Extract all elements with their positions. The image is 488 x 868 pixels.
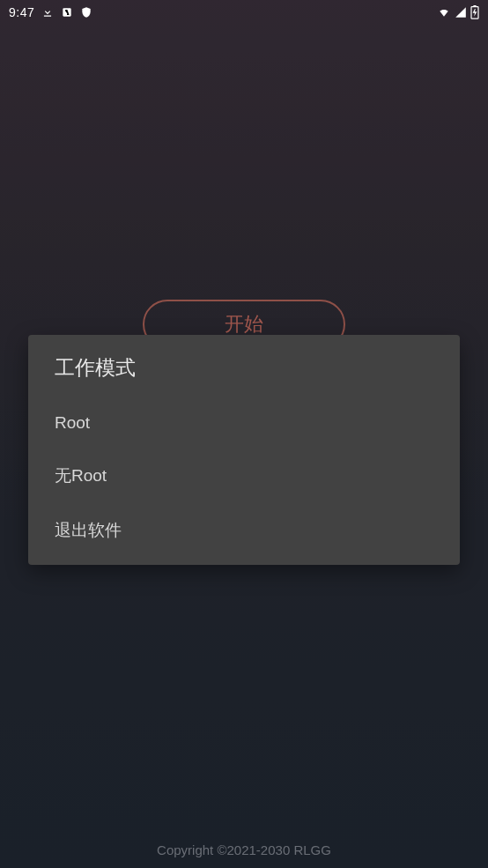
download-icon <box>41 6 54 19</box>
work-mode-dialog: 工作模式 Root 无Root 退出软件 <box>28 335 460 565</box>
status-bar-right <box>437 5 479 19</box>
dialog-option-exit[interactable]: 退出软件 <box>28 503 460 558</box>
app-notification-icon <box>61 6 73 19</box>
battery-icon <box>470 5 479 19</box>
dialog-option-root[interactable]: Root <box>28 397 460 449</box>
dialog-title: 工作模式 <box>28 335 460 397</box>
shield-icon <box>80 6 92 19</box>
wifi-icon <box>437 6 451 19</box>
status-bar: 9:47 <box>0 0 488 25</box>
svg-rect-2 <box>473 5 476 7</box>
start-button-label: 开始 <box>225 311 263 338</box>
footer-copyright: Copyright ©2021-2030 RLGG <box>0 842 488 857</box>
status-bar-left: 9:47 <box>9 5 92 19</box>
dialog-option-no-root[interactable]: 无Root <box>28 449 460 503</box>
cellular-signal-icon <box>455 6 467 19</box>
status-time: 9:47 <box>9 5 34 19</box>
